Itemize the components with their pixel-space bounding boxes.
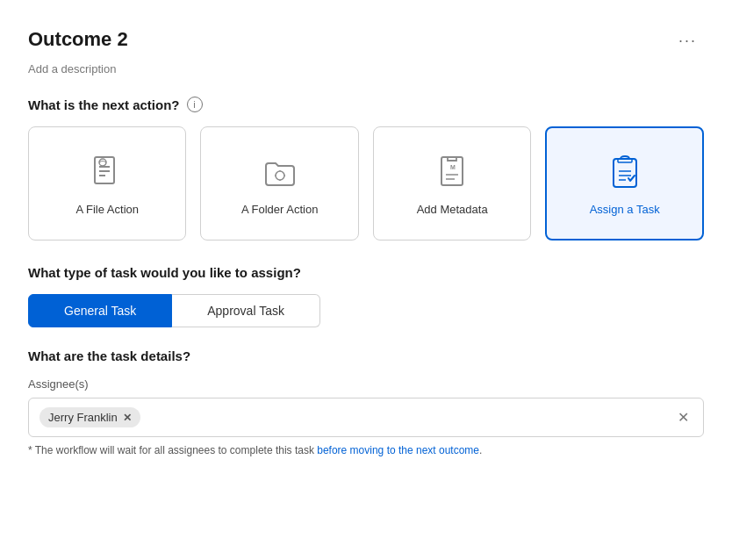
assign-task-card[interactable]: Assign a Task [545,126,704,241]
folder-action-label: A Folder Action [241,203,318,216]
action-info-icon[interactable]: i [187,97,203,112]
approval-task-button[interactable]: Approval Task [172,294,320,327]
assignee-tags: Jerry Franklin ✕ [39,407,674,427]
task-details-section: What are the task details? Assignee(s) J… [28,348,704,456]
task-details-label: What are the task details? [28,348,704,363]
svg-text:M: M [450,164,456,170]
assignee-field[interactable]: Jerry Franklin ✕ ✕ [28,398,704,437]
clear-field-button[interactable]: ✕ [674,406,693,429]
task-type-label: What type of task would you like to assi… [28,265,704,280]
assignee-tag-jerry: Jerry Franklin ✕ [39,407,140,427]
footnote-link[interactable]: before moving to the next outcome [317,444,479,456]
task-type-buttons: General Task Approval Task [28,294,704,327]
footnote: * The workflow will wait for all assigne… [28,444,704,456]
file-action-card[interactable]: A File Action [28,126,186,241]
assignee-label: Assignee(s) [28,377,704,391]
page-title: Outcome 2 [28,28,128,51]
add-metadata-card[interactable]: M Add Metadata [373,126,531,241]
action-cards-container: A File Action A Folder Action M [28,126,704,241]
page-header: Outcome 2 ··· [28,28,704,54]
svg-rect-14 [614,159,636,187]
general-task-button[interactable]: General Task [28,294,172,327]
svg-point-4 [99,159,106,166]
task-type-section: What type of task would you like to assi… [28,265,704,327]
add-description-link[interactable]: Add a description [28,62,116,75]
action-section-label: What is the next action? i [28,97,704,112]
folder-action-icon [259,152,301,194]
add-metadata-icon: M [431,152,473,194]
folder-action-card[interactable]: A Folder Action [200,126,358,241]
svg-point-5 [276,171,284,180]
assignee-name: Jerry Franklin [48,411,118,424]
file-action-icon [86,152,128,194]
add-metadata-label: Add Metadata [417,203,488,216]
assign-task-label: Assign a Task [590,203,660,216]
action-section: What is the next action? i A File Action [28,97,704,241]
svg-rect-15 [618,159,632,162]
file-action-label: A File Action [75,203,139,216]
more-options-button[interactable]: ··· [671,28,704,54]
remove-assignee-button[interactable]: ✕ [123,413,132,423]
assign-task-icon [604,152,646,194]
